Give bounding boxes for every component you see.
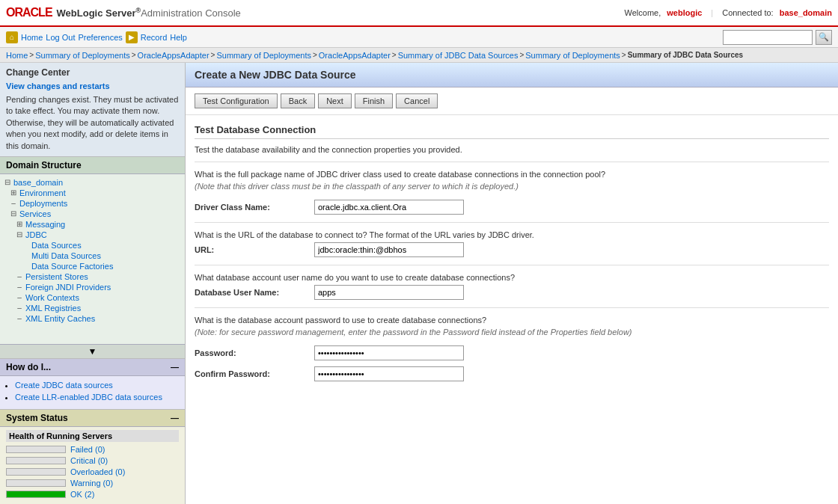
driver-class-input[interactable]: [314, 200, 464, 215]
tree-environment[interactable]: ⊞ Environment: [3, 188, 182, 198]
critical-bar: [6, 457, 66, 464]
breadcrumb-summary-dep-3[interactable]: Summary of Deployments: [525, 51, 620, 60]
how-do-i-title: How do I...: [6, 362, 51, 372]
how-do-i-link-1[interactable]: Create JDBC data sources: [15, 381, 113, 390]
expand-icon-2: ⊞: [15, 220, 24, 229]
tree-data-source-factories-link[interactable]: Data Source Factories: [31, 262, 113, 271]
overloaded-bar: [6, 468, 66, 476]
tree-xml-registries[interactable]: – XML Registries: [3, 303, 182, 313]
sidebar: Change Center View changes and restarts …: [0, 63, 186, 504]
tree-persistent-stores-link[interactable]: Persistent Stores: [25, 272, 88, 281]
tree-jdbc-link[interactable]: JDBC: [25, 230, 47, 239]
help-link[interactable]: Help: [170, 33, 187, 42]
tree-data-sources-link[interactable]: Data Sources: [31, 241, 82, 250]
tree-services-link[interactable]: Services: [19, 209, 51, 218]
breadcrumb-summary-dep-2[interactable]: Summary of Deployments: [216, 51, 311, 60]
breadcrumb-summary-dep-1[interactable]: Summary of Deployments: [35, 51, 130, 60]
overloaded-label[interactable]: Overloaded (0): [70, 467, 125, 476]
scroll-down-arrow[interactable]: ▼: [0, 344, 185, 358]
tree-foreign-jndi[interactable]: – Foreign JNDI Providers: [3, 282, 182, 292]
tree-root-link[interactable]: base_domain: [13, 178, 63, 187]
how-do-i: How do I... — Create JDBC data sources C…: [0, 359, 185, 410]
leaf-icon: [21, 241, 30, 250]
status-overloaded: Overloaded (0): [6, 467, 179, 476]
home-icon: ⌂: [6, 31, 18, 43]
cancel-button[interactable]: Cancel: [396, 93, 438, 108]
view-changes-link[interactable]: View changes and restarts: [6, 82, 110, 90]
console-title: Administration Console: [141, 7, 241, 19]
tree-deployments-link[interactable]: Deployments: [19, 199, 67, 208]
how-do-i-collapse[interactable]: —: [171, 363, 179, 372]
breadcrumb: Home > Summary of Deployments > OracleAp…: [0, 48, 838, 63]
section-desc: Test the database availability and the c…: [195, 145, 829, 154]
system-status-content: Health of Running Servers Failed (0) Cri…: [0, 427, 185, 504]
tree-root[interactable]: ⊟ base_domain: [3, 177, 182, 188]
how-do-i-link-2[interactable]: Create LLR-enabled JDBC data sources: [15, 393, 162, 402]
tree-jdbc[interactable]: ⊟ JDBC: [3, 230, 182, 240]
search-button[interactable]: 🔍: [816, 30, 832, 45]
search-input[interactable]: [723, 30, 813, 45]
header: ORACLE WebLogic Server® Administration C…: [0, 0, 838, 27]
driver-note: (Note that this driver class must be in …: [195, 182, 829, 191]
breadcrumb-home[interactable]: Home: [6, 51, 28, 60]
domain-structure-header: Domain Structure: [0, 157, 185, 174]
tree-work-contexts-link[interactable]: Work Contexts: [25, 293, 79, 302]
tree-messaging-link[interactable]: Messaging: [25, 220, 65, 229]
tree-data-sources[interactable]: Data Sources: [3, 240, 182, 251]
warning-label[interactable]: Warning (0): [70, 479, 113, 488]
username-input[interactable]: [314, 285, 464, 300]
tree-multi-data-sources[interactable]: Multi Data Sources: [3, 251, 182, 261]
warning-bar: [6, 479, 66, 487]
finish-button[interactable]: Finish: [355, 93, 393, 108]
confirm-password-input[interactable]: [314, 366, 464, 381]
change-center: Change Center View changes and restarts …: [0, 63, 185, 157]
tree-xml-registries-link[interactable]: XML Registries: [25, 304, 81, 313]
password-input[interactable]: [314, 345, 464, 360]
tree-persistent-stores[interactable]: – Persistent Stores: [3, 271, 182, 282]
leaf-icon-7: –: [15, 304, 24, 313]
status-failed: Failed (0): [6, 445, 179, 454]
leaf-icon-4: –: [15, 272, 24, 281]
status-ok: OK (2): [6, 490, 179, 499]
record-link[interactable]: Record: [141, 33, 167, 42]
tree-xml-entity-caches-link[interactable]: XML Entity Caches: [25, 314, 95, 323]
home-link[interactable]: Home: [21, 33, 43, 42]
domain-structure: Domain Structure ⊟ base_domain ⊞ Environ…: [0, 157, 185, 359]
back-button[interactable]: Back: [281, 93, 315, 108]
leaf-icon-3: [21, 262, 30, 271]
oracle-text: ORACLE: [6, 6, 52, 19]
breadcrumb-jdbc-sources[interactable]: Summary of JDBC Data Sources: [398, 51, 519, 60]
tree-deployments[interactable]: – Deployments: [3, 198, 182, 209]
tree-xml-entity-caches[interactable]: – XML Entity Caches: [3, 313, 182, 324]
system-status: System Status — Health of Running Server…: [0, 410, 185, 504]
test-config-button[interactable]: Test Configuration: [195, 93, 278, 108]
oracle-logo: ORACLE: [6, 6, 52, 19]
preferences-link[interactable]: Preferences: [78, 33, 122, 42]
tree-messaging[interactable]: ⊞ Messaging: [3, 219, 182, 230]
breadcrumb-oracle-apps-2[interactable]: OracleAppsAdapter: [319, 51, 391, 60]
url-input[interactable]: [314, 242, 464, 257]
tree-work-contexts[interactable]: – Work Contexts: [3, 292, 182, 303]
breadcrumb-oracle-apps-1[interactable]: OracleAppsAdapter: [138, 51, 210, 60]
password-note: (Note: for secure password management, e…: [195, 328, 829, 336]
tree-data-source-factories[interactable]: Data Source Factories: [3, 261, 182, 271]
next-button[interactable]: Next: [318, 93, 352, 108]
status-critical: Critical (0): [6, 456, 179, 465]
confirm-password-label: Confirm Password:: [195, 369, 314, 378]
breadcrumb-current: Summary of JDBC Data Sources: [628, 51, 744, 59]
tree-multi-data-sources-link[interactable]: Multi Data Sources: [31, 251, 101, 260]
url-label: URL:: [195, 245, 314, 254]
critical-label[interactable]: Critical (0): [70, 456, 108, 465]
tree-foreign-jndi-link[interactable]: Foreign JNDI Providers: [25, 283, 111, 292]
tree-environment-link[interactable]: Environment: [19, 188, 66, 197]
system-status-collapse[interactable]: —: [171, 414, 179, 422]
logout-link[interactable]: Log Out: [46, 33, 75, 42]
url-row: URL:: [195, 242, 829, 257]
tree-services[interactable]: ⊟ Services: [3, 209, 182, 219]
connected-label: Connected to:: [722, 8, 774, 17]
ok-label[interactable]: OK (2): [70, 490, 94, 499]
root-icon: ⊟: [3, 178, 12, 187]
failed-label[interactable]: Failed (0): [70, 445, 105, 454]
record-icon: ▶: [126, 31, 138, 43]
navbar: ⌂ Home Log Out Preferences ▶ Record Help…: [0, 27, 838, 48]
